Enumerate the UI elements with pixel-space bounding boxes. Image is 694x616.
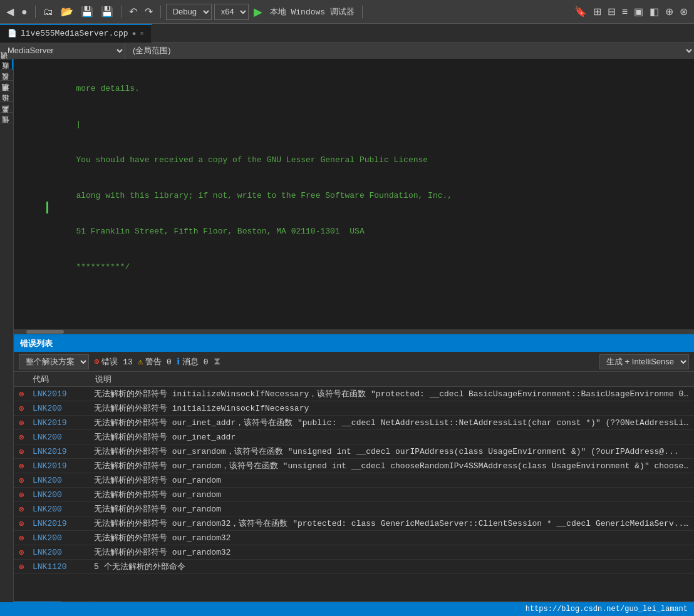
scope-bar: MediaServer (全局范围) xyxy=(0,43,694,59)
row-6-code: LNK200 xyxy=(29,475,91,486)
row-5-desc: 无法解析的外部符号 our_random，该符号在函数 "unsigned in… xyxy=(91,459,694,473)
row-4-icon: ⊗ xyxy=(14,445,29,458)
error-row-0[interactable]: ⊗ LNK2019 无法解析的外部符号 initializeWinsockIfN… xyxy=(14,387,694,401)
solution-filter-dropdown[interactable]: 整个解决方案 xyxy=(19,354,89,369)
error-row-6[interactable]: ⊗ LNK200 无法解析的外部符号 our_random xyxy=(14,473,694,488)
row-0-desc: 无法解析的外部符号 initializeWinsockIfNecessary，该… xyxy=(91,387,694,401)
row-8-desc: 无法解析的外部符号 our_random xyxy=(91,502,694,516)
toolbar-icon-5[interactable]: ◧ xyxy=(647,4,661,19)
col-code-header[interactable]: 代码 xyxy=(29,374,91,385)
build-filter-dropdown[interactable]: 生成 + IntelliSense xyxy=(599,354,689,369)
separator-1 xyxy=(35,6,36,18)
error-row-4[interactable]: ⊗ LNK2019 无法解析的外部符号 our_srandom，该符号在函数 "… xyxy=(14,444,694,459)
code-container: more details. | You should have received… xyxy=(14,59,694,329)
row-12-code: LNK1120 xyxy=(29,561,91,573)
member-scope-dropdown[interactable]: (全局范围) xyxy=(125,43,694,59)
row-1-icon: ⊗ xyxy=(14,402,29,415)
redo-button[interactable]: ↷ xyxy=(142,4,155,19)
error-row-8[interactable]: ⊗ LNK200 无法解析的外部符号 our_random xyxy=(14,502,694,516)
sidebar-item-properties[interactable]: 属性 xyxy=(0,123,13,133)
separator-4 xyxy=(362,6,363,18)
left-sidebar: 调试 断点 监视 调用堆栈 输出 工具箱 属性 xyxy=(0,59,14,616)
row-0-code: LNK2019 xyxy=(29,388,91,400)
row-1-desc: 无法解析的外部符号 initializeWinsockIfNecessary xyxy=(91,401,694,415)
row-10-code: LNK200 xyxy=(29,532,91,544)
toolbar-icon-7[interactable]: ⊗ xyxy=(677,4,690,19)
error-row-12[interactable]: ⊗ LNK1120 5 个无法解析的外部命令 xyxy=(14,560,694,574)
error-row-1[interactable]: ⊗ LNK200 无法解析的外部符号 initializeWinsockIfNe… xyxy=(14,401,694,416)
right-toolbar-icons: 🔖 ⊞ ⊟ ≡ ▣ ◧ ⊕ ⊗ xyxy=(572,4,690,19)
error-row-11[interactable]: ⊗ LNK200 无法解析的外部符号 our_random32 xyxy=(14,545,694,560)
row-9-desc: 无法解析的外部符号 our_random32，该符号在函数 "protected… xyxy=(91,516,694,530)
toolbar-icon-1[interactable]: ⊞ xyxy=(591,4,604,19)
current-line-marker xyxy=(46,202,48,213)
code-line-6: **********/ xyxy=(48,261,694,273)
sidebar-item-output[interactable]: 输出 xyxy=(0,101,13,112)
error-table: ⊗ LNK2019 无法解析的外部符号 initializeWinsockIfN… xyxy=(14,387,694,601)
row-3-desc: 无法解析的外部符号 our_inet_addr xyxy=(91,430,694,444)
scrollbar-thumb[interactable] xyxy=(26,330,64,334)
code-line-3: You should have received a copy of the G… xyxy=(48,154,694,166)
row-6-icon: ⊗ xyxy=(14,474,29,487)
row-12-desc: 5 个无法解析的外部命令 xyxy=(91,560,694,573)
sidebar-item-callstack[interactable]: 调用堆栈 xyxy=(0,91,13,101)
tab-close-button[interactable]: × xyxy=(140,30,144,38)
forward-button[interactable]: ● xyxy=(19,5,30,19)
save-all-icon[interactable]: 💾 xyxy=(98,4,116,19)
platform-dropdown[interactable]: x64 xyxy=(214,4,249,20)
warnings-badge: ⚠ 警告 0 xyxy=(138,356,172,367)
run-button[interactable]: ▶ xyxy=(251,5,265,19)
error-row-3[interactable]: ⊗ LNK200 无法解析的外部符号 our_inet_addr xyxy=(14,430,694,444)
code-line-2: | xyxy=(48,118,694,130)
sidebar-item-breakpoints[interactable]: 断点 xyxy=(0,69,13,80)
code-editor: more details. | You should have received… xyxy=(14,59,694,334)
toolbar-icon-2[interactable]: ⊟ xyxy=(605,4,618,19)
row-12-icon: ⊗ xyxy=(14,560,29,573)
row-7-code: LNK200 xyxy=(29,489,91,501)
editor-tab[interactable]: 📄 live555MediaServer.cpp ● × xyxy=(0,24,152,43)
error-table-header: 代码 说明 xyxy=(14,372,694,387)
row-5-icon: ⊗ xyxy=(14,459,29,473)
error-row-9[interactable]: ⊗ LNK2019 无法解析的外部符号 our_random32，该符号在函数 … xyxy=(14,516,694,531)
messages-count: 消息 0 xyxy=(182,356,209,367)
row-3-icon: ⊗ xyxy=(14,431,29,444)
col-desc-header[interactable]: 说明 xyxy=(91,374,694,385)
undo-button[interactable]: ↶ xyxy=(127,4,140,19)
save-icon[interactable]: 💾 xyxy=(78,4,96,19)
bookmark-icon[interactable]: 🔖 xyxy=(572,4,589,19)
error-row-2[interactable]: ⊗ LNK2019 无法解析的外部符号 our_inet_addr，该符号在函数… xyxy=(14,416,694,430)
row-4-desc: 无法解析的外部符号 our_srandom，该符号在函数 "unsigned i… xyxy=(91,444,694,458)
code-line-4: along with this library; if not, write t… xyxy=(48,190,694,202)
row-2-code: LNK2019 xyxy=(29,417,91,429)
row-5-code: LNK2019 xyxy=(29,460,91,472)
row-0-icon: ⊗ xyxy=(14,388,29,401)
toolbar-icon-6[interactable]: ⊕ xyxy=(663,4,676,19)
toolbar-icon-3[interactable]: ≡ xyxy=(619,5,630,19)
tab-filename: live555MediaServer.cpp xyxy=(21,29,128,38)
code-lines: more details. | You should have received… xyxy=(48,59,694,329)
row-8-code: LNK200 xyxy=(29,503,91,515)
row-9-icon: ⊗ xyxy=(14,517,29,530)
file-icon[interactable]: 🗂 xyxy=(41,5,56,19)
row-2-desc: 无法解析的外部符号 our_inet_addr，该符号在函数 "public: … xyxy=(91,416,694,429)
code-line-5: 51 Franklin Street, Fifth Floor, Boston,… xyxy=(48,225,694,237)
back-button[interactable]: ◀ xyxy=(4,4,16,19)
row-3-code: LNK200 xyxy=(29,431,91,443)
class-scope-dropdown[interactable]: MediaServer xyxy=(0,43,125,59)
row-9-code: LNK2019 xyxy=(29,518,91,530)
sidebar-item-debug[interactable]: 调试 xyxy=(0,59,13,69)
toolbar-icon-4[interactable]: ▣ xyxy=(631,4,646,19)
row-2-icon: ⊗ xyxy=(14,416,29,429)
sidebar-item-watch[interactable]: 监视 xyxy=(0,80,13,91)
warning-icon: ⚠ xyxy=(138,356,143,367)
error-panel-header: 错误列表 xyxy=(14,336,694,352)
row-8-icon: ⊗ xyxy=(14,503,29,516)
warnings-count: 警告 0 xyxy=(145,356,172,367)
error-row-5[interactable]: ⊗ LNK2019 无法解析的外部符号 our_random，该符号在函数 "u… xyxy=(14,459,694,473)
horizontal-scrollbar[interactable] xyxy=(14,329,694,334)
error-row-10[interactable]: ⊗ LNK200 无法解析的外部符号 our_random32 xyxy=(14,531,694,545)
error-row-7[interactable]: ⊗ LNK200 无法解析的外部符号 our_random xyxy=(14,488,694,502)
open-icon[interactable]: 📂 xyxy=(58,4,76,19)
build-config-dropdown[interactable]: Debug xyxy=(166,4,212,20)
sidebar-item-toolbox[interactable]: 工具箱 xyxy=(0,112,13,123)
